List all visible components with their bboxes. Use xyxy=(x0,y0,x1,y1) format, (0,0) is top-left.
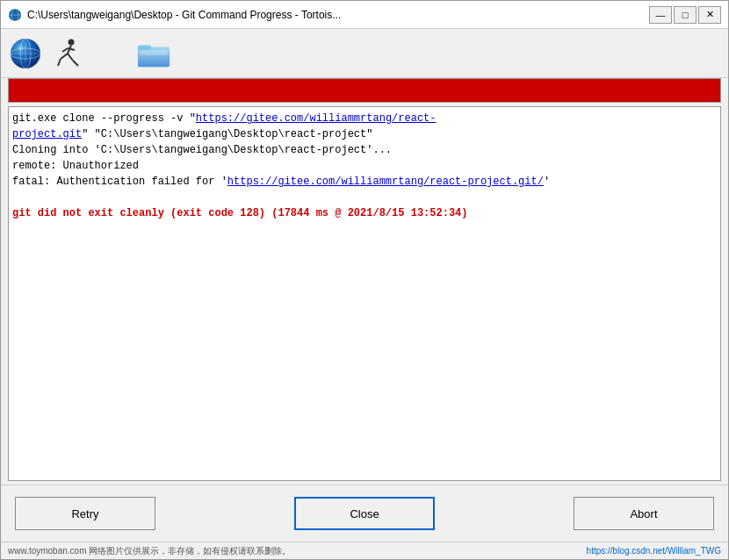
output-line-2: Cloning into 'C:\Users\tangweigang\Deskt… xyxy=(12,142,717,158)
output-error-line: git did not exit cleanly (exit code 128)… xyxy=(12,205,717,221)
repo-link-2[interactable]: https://gitee.com/williammrtang/react-pr… xyxy=(227,176,544,188)
svg-rect-19 xyxy=(140,50,168,55)
progress-bar xyxy=(8,78,721,103)
output-area[interactable]: git.exe clone --progress -v "https://git… xyxy=(8,106,721,481)
maximize-button[interactable]: □ xyxy=(674,6,697,24)
run-icon xyxy=(50,36,85,71)
svg-line-14 xyxy=(73,61,78,66)
svg-point-9 xyxy=(69,39,75,45)
svg-line-12 xyxy=(58,59,61,66)
output-line-3: remote: Unauthorized xyxy=(12,158,717,174)
status-bar: www.toymoban.com 网络图片仅供展示，非存储，如有侵权请联系删除。… xyxy=(1,542,728,559)
toolbar xyxy=(1,29,728,78)
button-bar: Retry Close Abort xyxy=(1,485,728,542)
minimize-button[interactable]: — xyxy=(649,6,672,24)
output-line-1b: project.git" "C:\Users\tangweigang\Deskt… xyxy=(12,126,717,142)
close-button[interactable]: Close xyxy=(294,497,435,530)
repo-link-1b[interactable]: project.git xyxy=(12,128,82,140)
svg-line-11 xyxy=(61,54,68,59)
app-icon xyxy=(8,8,22,22)
output-path: " "C:\Users\tangweigang\Desktop\react-pr… xyxy=(82,128,372,140)
status-right: https://blog.csdn.net/William_TWG xyxy=(587,546,721,556)
window-title: C:\Users\tangweigang\Desktop - Git Comma… xyxy=(27,9,649,21)
svg-point-8 xyxy=(18,46,23,51)
main-window: C:\Users\tangweigang\Desktop - Git Comma… xyxy=(0,0,729,560)
repo-link-1[interactable]: https://gitee.com/williammrtang/react- xyxy=(196,112,437,125)
output-cmd: git.exe clone --progress -v "https://git… xyxy=(12,112,437,125)
folder-icon xyxy=(136,36,171,71)
svg-rect-18 xyxy=(138,45,151,50)
abort-button[interactable]: Abort xyxy=(574,497,714,530)
svg-line-13 xyxy=(68,54,73,61)
output-line-1: git.exe clone --progress -v "https://git… xyxy=(12,111,717,126)
status-left: www.toymoban.com 网络图片仅供展示，非存储，如有侵权请联系删除。 xyxy=(8,545,291,557)
window-controls: — □ ✕ xyxy=(649,6,721,24)
svg-line-15 xyxy=(62,48,68,52)
title-bar: C:\Users\tangweigang\Desktop - Git Comma… xyxy=(1,1,728,29)
retry-button[interactable]: Retry xyxy=(15,497,155,530)
globe-icon xyxy=(8,36,43,71)
close-window-button[interactable]: ✕ xyxy=(698,6,721,24)
output-line-4: fatal: Authentication failed for 'https:… xyxy=(12,174,717,190)
